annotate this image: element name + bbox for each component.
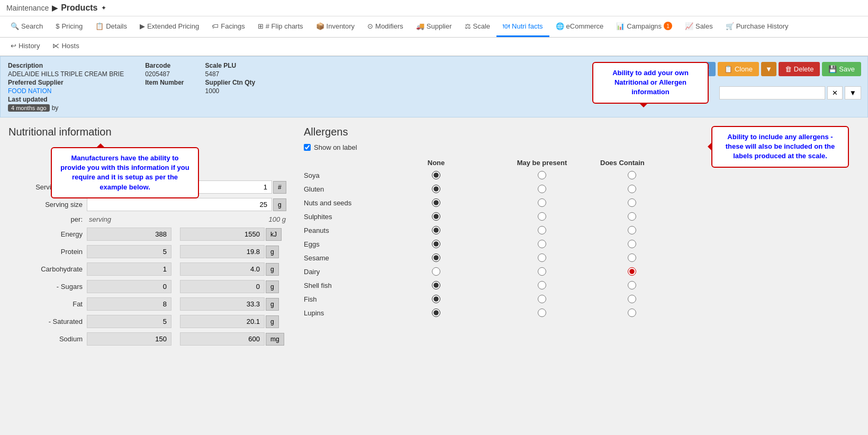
allergen-row-5: Eggs [304, 240, 860, 248]
tab-scale[interactable]: ⚖ Scale [458, 16, 497, 37]
allergen-none-radio-6[interactable] [432, 253, 440, 262]
allergen-maybe-radio-9[interactable] [538, 295, 546, 303]
supplier-link[interactable]: FOOD NATION [8, 87, 124, 95]
allergen-maybe-radio-0[interactable] [538, 171, 546, 179]
nutrient-hundred-input-2[interactable] [180, 262, 265, 276]
nutrient-unit-0[interactable]: kJ [266, 228, 282, 241]
allergen-none-radio-9[interactable] [432, 295, 440, 303]
allergen-maybe-radio-5[interactable] [538, 240, 546, 248]
nutrient-hundred-group-4: g [180, 297, 279, 311]
allergen-does-radio-8[interactable] [628, 281, 636, 289]
nutrient-unit-1[interactable]: g [266, 246, 279, 258]
nutrient-unit-2[interactable]: g [266, 263, 279, 276]
allergen-maybe-radio-7[interactable] [538, 267, 546, 276]
allergen-maybe-radio-3[interactable] [538, 212, 546, 221]
search-dropdown-button[interactable]: ▼ [845, 86, 861, 99]
allergen-none-radio-4[interactable] [432, 226, 440, 234]
last-updated-label: Last updated [8, 96, 124, 103]
nutrient-hundred-input-1[interactable] [180, 245, 265, 258]
tab-pricing[interactable]: $ Pricing [49, 16, 89, 37]
tab-badge-campaigns: 1 [664, 22, 672, 30]
nutrient-hundred-input-3[interactable] [180, 280, 265, 293]
description-value: ADELAIDE HILLS TRIPLE CREAM BRIE [8, 70, 124, 78]
serving-size-unit[interactable]: g [273, 198, 286, 211]
allergen-name-3: Sulphites [304, 213, 388, 221]
nutrient-label-1: Protein [8, 248, 83, 256]
nutrient-serving-input-0[interactable] [87, 228, 171, 241]
allergen-does-radio-6[interactable] [628, 253, 636, 262]
tab-ecommerce[interactable]: 🌐 eCommerce [549, 16, 610, 37]
allergen-none-radio-5[interactable] [432, 240, 440, 248]
tab2-hosts[interactable]: ⋉ Hosts [46, 38, 85, 56]
nutrient-serving-input-3[interactable] [87, 280, 171, 293]
clone-button[interactable]: 📋 Clone [718, 62, 759, 76]
allergen-maybe-2 [484, 198, 600, 207]
nutrient-unit-5[interactable]: g [266, 315, 279, 328]
nutrient-hundred-input-5[interactable] [180, 315, 265, 328]
allergen-does-radio-9[interactable] [628, 295, 636, 303]
breadcrumb-parent[interactable]: Maintenance [6, 4, 49, 12]
nutrient-hundred-input-0[interactable] [180, 228, 265, 241]
allergen-does-radio-1[interactable] [628, 185, 636, 193]
allergen-does-radio-2[interactable] [628, 198, 636, 207]
tab-supplier[interactable]: 🚚 Supplier [410, 16, 458, 37]
nutrient-serving-group-2 [87, 262, 171, 276]
allergen-none-radio-1[interactable] [432, 185, 440, 193]
allergen-none-radio-7[interactable] [432, 267, 440, 276]
allergen-maybe-radio-4[interactable] [538, 226, 546, 234]
nutrient-row-2: Carbohydrate g [8, 262, 288, 276]
tab2-history[interactable]: ↩ History [4, 38, 46, 56]
search-input[interactable] [719, 86, 825, 99]
delete-button[interactable]: 🗑 Delete [779, 62, 820, 76]
nutrient-serving-input-2[interactable] [87, 262, 171, 276]
allergen-does-radio-0[interactable] [628, 171, 636, 179]
allergen-maybe-radio-1[interactable] [538, 185, 546, 193]
tab-inventory[interactable]: 📦 Inventory [310, 16, 361, 37]
allergen-none-radio-8[interactable] [432, 281, 440, 289]
nutrient-serving-input-4[interactable] [87, 297, 171, 311]
tab-search[interactable]: 🔍 Search [4, 16, 49, 37]
allergen-maybe-radio-6[interactable] [538, 253, 546, 262]
allergen-does-radio-5[interactable] [628, 240, 636, 248]
nutrient-serving-input-6[interactable] [87, 332, 171, 346]
allergen-does-radio-10[interactable] [628, 309, 636, 317]
nutrient-hundred-input-6[interactable] [180, 332, 265, 346]
servings-pack-unit[interactable]: # [273, 181, 286, 194]
allergen-none-radio-3[interactable] [432, 212, 440, 221]
tab-purchase-history[interactable]: 🛒 Purchase History [719, 16, 795, 37]
serving-size-input[interactable] [87, 198, 272, 211]
tab-details[interactable]: 📋 Details [89, 16, 133, 37]
clone-dropdown-button[interactable]: ▼ [761, 62, 776, 76]
nutrient-serving-group-0 [87, 228, 171, 241]
show-on-label-checkbox[interactable] [304, 144, 311, 151]
nutrient-unit-3[interactable]: g [266, 280, 279, 293]
allergen-none-radio-0[interactable] [432, 171, 440, 179]
tab-modifiers[interactable]: ⊙ Modifiers [361, 16, 410, 37]
allergen-section: Allergens Ability to include any allerge… [304, 126, 860, 350]
nutrient-serving-input-5[interactable] [87, 315, 171, 328]
allergen-maybe-radio-10[interactable] [538, 309, 546, 317]
allergen-col-header-none: None [388, 159, 484, 167]
clear-search-button[interactable]: ✕ [827, 86, 843, 99]
nutrient-hundred-input-4[interactable] [180, 297, 265, 311]
tab-nutri-facts[interactable]: 🍽 Nutri facts [496, 16, 549, 37]
allergen-does-radio-3[interactable] [628, 212, 636, 221]
nutrient-unit-6[interactable]: mg [266, 333, 284, 346]
allergen-maybe-radio-2[interactable] [538, 198, 546, 207]
tab-facings[interactable]: 🏷 Facings [205, 16, 251, 37]
nutrient-label-0: Energy [8, 230, 83, 238]
nutrient-serving-input-1[interactable] [87, 245, 171, 258]
allergen-maybe-radio-8[interactable] [538, 281, 546, 289]
save-button[interactable]: 💾 Save [822, 62, 861, 76]
tab-flip-charts[interactable]: ⊞ # Flip charts [251, 16, 310, 37]
nutrient-row-4: Fat g [8, 297, 288, 311]
allergen-none-radio-2[interactable] [432, 198, 440, 207]
allergen-none-radio-10[interactable] [432, 309, 440, 317]
tab-campaigns[interactable]: 📊 Campaigns 1 [610, 16, 679, 37]
tab-sales[interactable]: 📈 Sales [679, 16, 719, 37]
allergen-does-radio-7[interactable] [628, 267, 636, 276]
allergen-does-radio-4[interactable] [628, 226, 636, 234]
pin-icon[interactable]: ✦ [101, 4, 106, 12]
nutrient-unit-4[interactable]: g [266, 298, 279, 311]
tab-extended-pricing[interactable]: ▶ Extended Pricing [133, 16, 205, 37]
